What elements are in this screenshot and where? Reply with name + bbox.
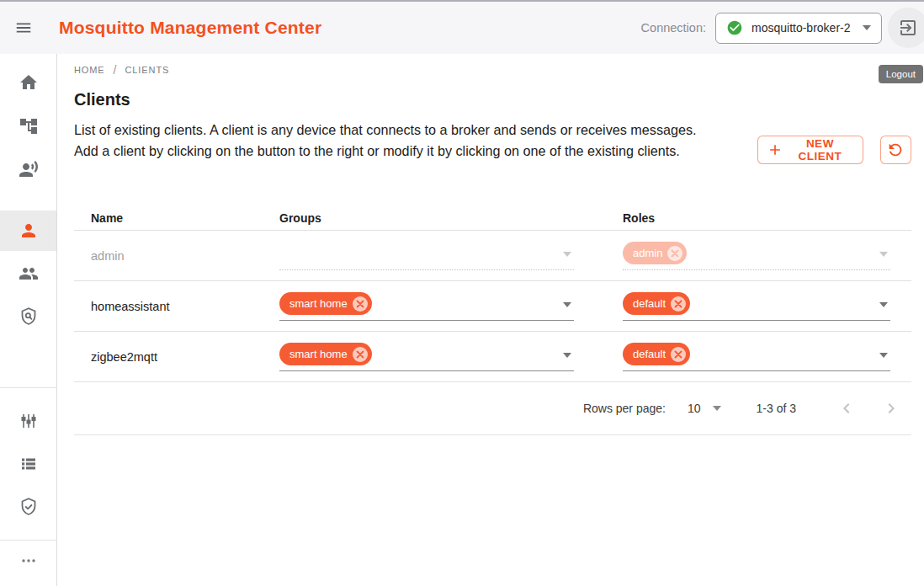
page-description: List of existing clients. A client is an…	[74, 120, 704, 162]
client-name: homeassistant	[74, 300, 279, 313]
select-underline	[623, 370, 890, 371]
select-underline	[279, 320, 574, 321]
role-chip[interactable]: default	[623, 292, 690, 315]
roles-select[interactable]: default	[623, 281, 890, 332]
table-row[interactable]: homeassistant smart home default	[74, 281, 911, 332]
sidebar-divider	[0, 540, 56, 541]
chevron-down-icon	[563, 353, 571, 358]
roles-select[interactable]: default	[623, 332, 890, 382]
connection-value: mosquitto-broker-2	[751, 21, 863, 35]
chip-remove-icon[interactable]	[353, 296, 368, 312]
clients-table: Name Groups Roles admin admin homeassist…	[74, 206, 911, 435]
page-actions: NEW CLIENT	[757, 136, 911, 164]
sidebar-item-clients[interactable]	[0, 210, 56, 251]
sidebar-item-security[interactable]	[0, 487, 56, 527]
sidebar-divider	[0, 387, 56, 388]
chevron-down-icon	[879, 353, 888, 358]
refresh-button[interactable]	[880, 136, 911, 164]
select-underline	[623, 269, 890, 270]
sidebar-item-topology[interactable]	[0, 106, 56, 146]
groups-select[interactable]: smart home	[279, 332, 574, 382]
connected-check-icon	[726, 19, 743, 36]
page-title: Clients	[74, 90, 130, 109]
sidebar-item-roles[interactable]	[0, 296, 56, 337]
connection-label: Connection:	[641, 21, 706, 35]
sidebar-item-groups[interactable]	[0, 253, 56, 294]
sidebar-item-inspect[interactable]	[0, 149, 56, 189]
sidebar-item-more[interactable]	[0, 542, 56, 579]
group-chip[interactable]: smart home	[279, 343, 372, 365]
chevron-down-icon	[863, 25, 871, 30]
more-horiz-icon	[19, 551, 39, 571]
breadcrumb-separator: /	[114, 63, 117, 77]
role-chip[interactable]: admin	[623, 242, 687, 264]
chevron-down-icon	[563, 252, 571, 257]
app-title: Mosquitto Management Center	[59, 18, 321, 38]
breadcrumb-current: CLIENTS	[125, 65, 170, 75]
table-pagination: Rows per page: 10 1-3 of 3	[74, 382, 911, 435]
new-client-button[interactable]: NEW CLIENT	[757, 136, 863, 164]
column-header-name: Name	[74, 211, 279, 225]
chip-remove-icon[interactable]	[671, 347, 686, 362]
groups-select[interactable]	[279, 231, 574, 281]
previous-page-button[interactable]	[835, 397, 858, 420]
group-icon	[19, 264, 39, 284]
groups-select[interactable]: smart home	[279, 281, 574, 332]
topology-icon	[19, 116, 39, 136]
tune-icon	[19, 411, 39, 431]
column-header-groups: Groups	[279, 211, 574, 225]
pagination-range: 1-3 of 3	[757, 402, 796, 415]
sidebar-item-settings[interactable]	[0, 401, 56, 441]
chip-remove-icon[interactable]	[353, 347, 368, 362]
table-row[interactable]: zigbee2mqtt smart home default	[74, 332, 911, 382]
chip-remove-icon[interactable]	[671, 296, 686, 312]
select-underline	[623, 320, 890, 321]
sidebar	[0, 54, 57, 586]
logout-icon	[898, 18, 918, 38]
chevron-left-icon	[836, 398, 857, 418]
hamburger-icon	[14, 19, 33, 37]
menu-button[interactable]	[7, 11, 40, 45]
connection-select[interactable]: mosquitto-broker-2	[715, 13, 882, 44]
role-chip[interactable]: default	[623, 343, 690, 365]
record-voice-icon	[19, 159, 39, 179]
policy-icon	[19, 306, 39, 327]
rows-per-page-label: Rows per page:	[583, 402, 666, 415]
chip-remove-icon[interactable]	[667, 246, 682, 261]
client-name: zigbee2mqtt	[74, 350, 279, 364]
roles-select[interactable]: admin	[623, 231, 890, 281]
table-row[interactable]: admin admin	[74, 231, 911, 281]
client-name: admin	[74, 249, 279, 263]
breadcrumb: HOME / CLIENTS	[74, 63, 169, 77]
select-underline	[279, 269, 574, 270]
chevron-down-icon	[563, 302, 571, 307]
chevron-right-icon	[881, 398, 901, 418]
chevron-down-icon	[879, 252, 888, 257]
column-header-roles: Roles	[623, 211, 890, 225]
breadcrumb-home[interactable]: HOME	[74, 65, 105, 75]
chevron-down-icon	[879, 302, 888, 307]
list-icon	[19, 454, 39, 474]
chevron-down-icon	[713, 406, 721, 411]
next-page-button[interactable]	[879, 397, 903, 420]
table-header-row: Name Groups Roles	[74, 206, 911, 231]
sidebar-item-logs[interactable]	[0, 444, 56, 484]
logout-tooltip: Logout	[879, 65, 923, 83]
refresh-icon	[886, 141, 905, 159]
app-header: Mosquitto Management Center Connection: …	[0, 0, 924, 54]
rows-per-page-select[interactable]: 10	[688, 402, 721, 415]
sidebar-item-home[interactable]	[0, 62, 56, 103]
home-icon	[19, 72, 39, 93]
plus-icon	[767, 141, 783, 158]
logout-button[interactable]	[888, 8, 924, 48]
person-icon	[19, 221, 39, 241]
select-underline	[279, 370, 574, 371]
group-chip[interactable]: smart home	[279, 292, 372, 315]
verified-user-icon	[19, 497, 39, 517]
